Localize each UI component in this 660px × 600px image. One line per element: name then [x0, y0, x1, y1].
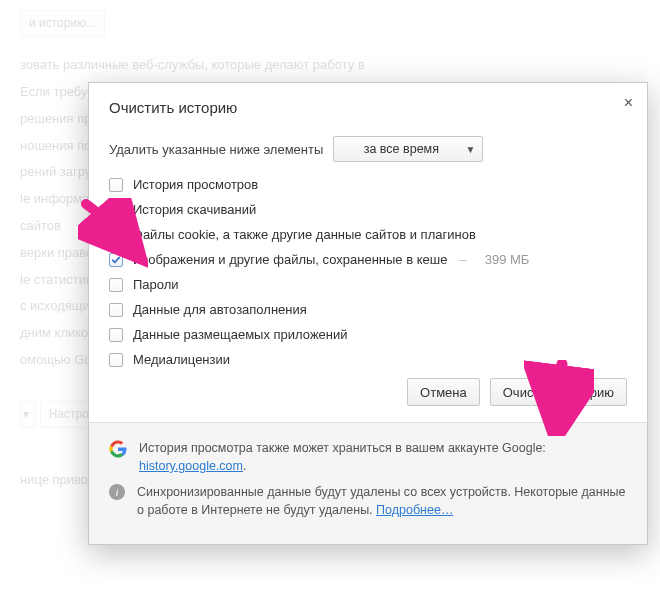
google-icon	[109, 440, 127, 458]
option-label: Данные размещаемых приложений	[133, 327, 348, 342]
close-button[interactable]: ×	[624, 95, 633, 111]
option-label: История скачиваний	[133, 202, 256, 217]
dialog-footer: История просмотра также может храниться …	[89, 422, 647, 544]
checkbox[interactable]	[109, 178, 123, 192]
data-type-option: История просмотров	[109, 172, 627, 197]
clear-history-dialog: Очистить историю × Удалить указанные ниж…	[88, 82, 648, 545]
checkbox[interactable]	[109, 353, 123, 367]
checkbox[interactable]	[109, 253, 123, 267]
learn-more-link[interactable]: Подробнее…	[376, 503, 453, 517]
option-label: Медиалицензии	[133, 352, 230, 367]
checkbox[interactable]	[109, 228, 123, 242]
option-label: Данные для автозаполнения	[133, 302, 307, 317]
checkbox[interactable]	[109, 303, 123, 317]
data-type-option: Данные размещаемых приложений	[109, 322, 627, 347]
time-range-select[interactable]: за все время	[333, 136, 483, 162]
data-type-option: Медиалицензии	[109, 347, 627, 372]
data-type-option: Изображения и другие файлы, сохраненные …	[109, 247, 627, 272]
google-history-link[interactable]: history.google.com	[139, 459, 243, 473]
option-label: Пароли	[133, 277, 179, 292]
checkbox[interactable]	[109, 328, 123, 342]
footer-google-text: История просмотра также может храниться …	[139, 441, 546, 455]
data-type-list: История просмотровИстория скачиванийФайл…	[109, 172, 627, 372]
data-type-option: История скачиваний	[109, 197, 627, 222]
data-type-option: Данные для автозаполнения	[109, 297, 627, 322]
checkbox[interactable]	[109, 278, 123, 292]
option-label: Файлы cookie, а также другие данные сайт…	[133, 227, 476, 242]
data-type-option: Файлы cookie, а также другие данные сайт…	[109, 222, 627, 247]
data-type-option: Пароли	[109, 272, 627, 297]
info-icon: i	[109, 484, 125, 500]
dialog-title: Очистить историю	[109, 99, 627, 116]
time-range-label: Удалить указанные ниже элементы	[109, 142, 323, 157]
clear-history-button[interactable]: Очистить историю	[490, 378, 627, 406]
option-label: Изображения и другие файлы, сохраненные …	[133, 252, 447, 267]
option-label: История просмотров	[133, 177, 258, 192]
cancel-button[interactable]: Отмена	[407, 378, 480, 406]
size-hint: 399 МБ	[485, 252, 530, 267]
checkbox[interactable]	[109, 203, 123, 217]
